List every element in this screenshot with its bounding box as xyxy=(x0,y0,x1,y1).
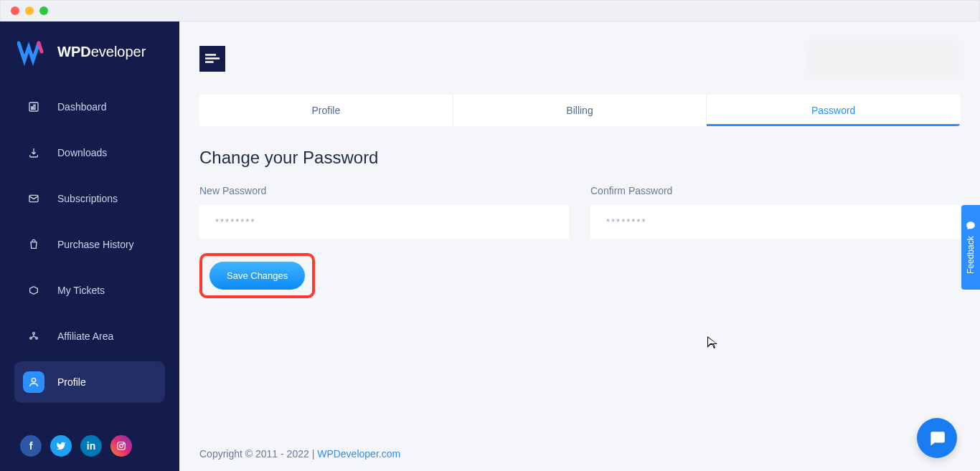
tab-profile[interactable]: Profile xyxy=(199,95,453,126)
tab-billing[interactable]: Billing xyxy=(453,95,707,126)
svg-rect-2 xyxy=(34,105,35,109)
account-menu[interactable] xyxy=(806,39,960,79)
svg-rect-1 xyxy=(32,107,33,109)
dashboard-icon xyxy=(23,96,44,118)
new-password-label: New Password xyxy=(199,185,569,196)
sidebar-item-my-tickets[interactable]: My Tickets xyxy=(14,270,165,311)
sidebar-item-label: Affiliate Area xyxy=(57,330,113,342)
sidebar: WPDeveloper Dashboard Downloads Subscrip… xyxy=(0,22,179,471)
topbar xyxy=(199,39,960,79)
user-icon xyxy=(23,371,44,393)
sidebar-item-label: Profile xyxy=(57,376,86,388)
instagram-link[interactable] xyxy=(110,435,132,457)
twitter-link[interactable] xyxy=(50,435,72,457)
ticket-icon xyxy=(23,280,44,301)
linkedin-link[interactable]: in xyxy=(80,435,102,457)
sidebar-item-dashboard[interactable]: Dashboard xyxy=(14,86,165,128)
sidebar-item-label: My Tickets xyxy=(57,285,105,296)
brand-logo[interactable]: WPDeveloper xyxy=(0,37,179,86)
bag-icon xyxy=(23,234,44,255)
chat-bubble-icon xyxy=(966,221,976,231)
save-changes-button[interactable]: Save Changes xyxy=(209,262,305,290)
feedback-label: Feedback xyxy=(966,237,976,275)
brand-name: WPDeveloper xyxy=(57,44,146,60)
password-form: New Password Confirm Password xyxy=(199,185,960,239)
sidebar-item-purchase-history[interactable]: Purchase History xyxy=(14,224,165,265)
new-password-group: New Password xyxy=(199,185,569,239)
mail-icon xyxy=(23,188,44,209)
highlight-annotation: Save Changes xyxy=(199,253,315,298)
window-minimize-icon[interactable] xyxy=(25,6,34,15)
window-titlebar xyxy=(0,0,980,22)
footer: Copyright © 2011 - 2022 | WPDeveloper.co… xyxy=(199,434,960,471)
svg-point-7 xyxy=(32,379,35,382)
sidebar-item-label: Dashboard xyxy=(57,101,107,113)
confirm-password-label: Confirm Password xyxy=(590,185,960,196)
sidebar-item-label: Subscriptions xyxy=(57,193,118,204)
affiliate-icon xyxy=(23,325,44,347)
main-content: Profile Billing Password Change your Pas… xyxy=(179,22,980,471)
svg-point-4 xyxy=(33,333,35,335)
chat-fab-button[interactable] xyxy=(917,418,957,458)
page-title: Change your Password xyxy=(199,148,960,168)
sidebar-item-affiliate-area[interactable]: Affiliate Area xyxy=(14,315,165,357)
footer-link[interactable]: WPDeveloper.com xyxy=(317,448,400,460)
svg-point-9 xyxy=(120,444,123,448)
svg-point-10 xyxy=(123,443,124,444)
download-icon xyxy=(23,142,44,163)
confirm-password-input[interactable] xyxy=(590,205,960,239)
sidebar-item-label: Purchase History xyxy=(57,239,134,250)
sidebar-item-downloads[interactable]: Downloads xyxy=(14,132,165,173)
tab-password[interactable]: Password xyxy=(707,95,960,126)
confirm-password-group: Confirm Password xyxy=(590,185,960,239)
facebook-link[interactable]: f xyxy=(20,435,42,457)
sidebar-item-label: Downloads xyxy=(57,147,107,158)
sidebar-item-profile[interactable]: Profile xyxy=(14,361,165,403)
copyright-text: Copyright © 2011 - 2022 | xyxy=(199,448,317,460)
speech-bubble-icon xyxy=(928,429,946,447)
new-password-input[interactable] xyxy=(199,205,569,239)
profile-tabs: Profile Billing Password xyxy=(199,95,960,126)
feedback-button[interactable]: Feedback xyxy=(961,205,980,290)
social-links: f in xyxy=(0,421,179,457)
logo-mark-icon xyxy=(17,37,49,66)
sidebar-item-subscriptions[interactable]: Subscriptions xyxy=(14,178,165,219)
window-close-icon[interactable] xyxy=(11,6,19,15)
menu-icon xyxy=(205,52,220,65)
sidebar-nav: Dashboard Downloads Subscriptions Purcha… xyxy=(0,86,179,421)
menu-toggle-button[interactable] xyxy=(199,46,225,72)
window-maximize-icon[interactable] xyxy=(39,6,48,15)
